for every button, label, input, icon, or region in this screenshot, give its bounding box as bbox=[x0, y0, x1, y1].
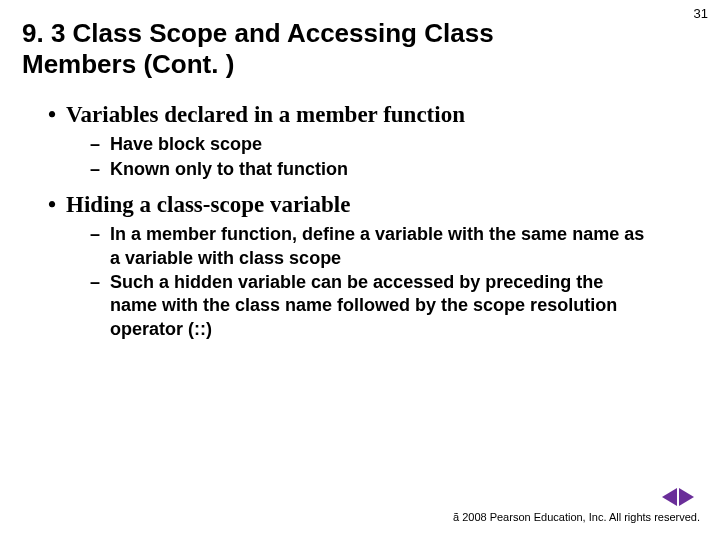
bullet-text: Have block scope bbox=[110, 133, 262, 156]
bullet-level1: • Variables declared in a member functio… bbox=[48, 101, 698, 129]
bullet-text: In a member function, define a variable … bbox=[110, 223, 650, 270]
slide: 31 9. 3 Class Scope and Accessing Class … bbox=[0, 0, 720, 540]
slide-content: • Variables declared in a member functio… bbox=[22, 101, 698, 341]
page-number: 31 bbox=[694, 6, 708, 21]
sub-bullet-group: – In a member function, define a variabl… bbox=[90, 223, 698, 341]
copyright-text: 2008 Pearson Education, Inc. All rights … bbox=[462, 511, 700, 524]
bullet-marker: – bbox=[90, 223, 100, 246]
slide-nav bbox=[662, 488, 694, 506]
footer: ã 2008 Pearson Education, Inc. All right… bbox=[453, 511, 700, 524]
bullet-text: Hiding a class-scope variable bbox=[66, 191, 350, 219]
bullet-text: Known only to that function bbox=[110, 158, 348, 181]
bullet-text: Such a hidden variable can be accessed b… bbox=[110, 271, 650, 341]
bullet-level2: – In a member function, define a variabl… bbox=[90, 223, 698, 270]
sub-bullet-group: – Have block scope – Known only to that … bbox=[90, 133, 698, 181]
bullet-marker: • bbox=[48, 101, 56, 129]
bullet-level2: – Such a hidden variable can be accessed… bbox=[90, 271, 698, 341]
slide-title: 9. 3 Class Scope and Accessing Class Mem… bbox=[22, 18, 582, 79]
bullet-marker: – bbox=[90, 158, 100, 181]
bullet-level1: • Hiding a class-scope variable bbox=[48, 191, 698, 219]
bullet-level2: – Have block scope bbox=[90, 133, 698, 156]
next-slide-icon[interactable] bbox=[679, 488, 694, 506]
bullet-marker: – bbox=[90, 271, 100, 294]
bullet-marker: • bbox=[48, 191, 56, 219]
bullet-marker: – bbox=[90, 133, 100, 156]
bullet-level2: – Known only to that function bbox=[90, 158, 698, 181]
copyright-symbol: ã bbox=[453, 511, 459, 524]
bullet-text: Variables declared in a member function bbox=[66, 101, 465, 129]
prev-slide-icon[interactable] bbox=[662, 488, 677, 506]
